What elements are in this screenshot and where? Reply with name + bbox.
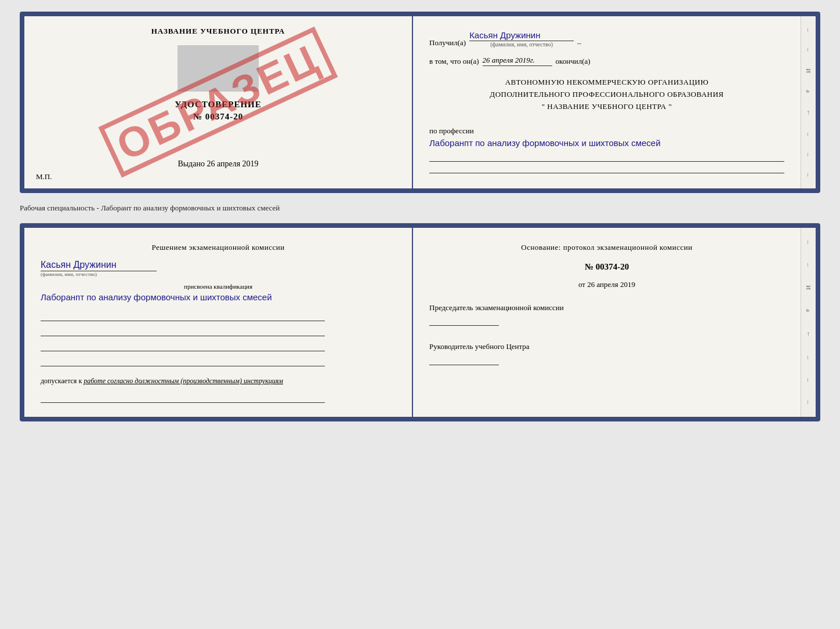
- cert-vydano: Выдано 26 апреля 2019: [178, 159, 258, 169]
- protocol-date-row: от 26 апреля 2019: [429, 280, 784, 289]
- bottom-doc-right: Основание: протокол экзаменационной коми…: [413, 228, 801, 417]
- qual-value: Лаборанпт по анализу формовочных и шихто…: [41, 291, 396, 304]
- rukovoditel-label: Руководитель учебного Центра: [429, 341, 784, 352]
- poluchil-row: Получил(а) Касьян Дружинин (фамилия, имя…: [429, 30, 784, 48]
- vtom-label: в том, что он(а): [429, 57, 479, 66]
- commission-header: Решением экзаменационной комиссии: [41, 242, 396, 254]
- po-professii-label: по профессии: [429, 126, 784, 136]
- dash-label: –: [577, 38, 581, 48]
- org-block: АВТОНОМНУЮ НЕКОММЕРЧЕСКУЮ ОРГАНИЗАЦИЮ ДО…: [429, 77, 784, 112]
- sign-line-2: [41, 328, 325, 336]
- qual-label: присвоена квалификация: [41, 283, 396, 290]
- vtom-date: 26 апреля 2019г.: [483, 56, 552, 66]
- dopuskaetsya-value: работе согласно должностным (производств…: [84, 377, 283, 385]
- commission-name-row: Касьян Дружинин (фамилия, имя, отчество): [41, 260, 396, 277]
- top-doc-right: Получил(а) Касьян Дружинин (фамилия, имя…: [413, 16, 801, 188]
- cert-number: № 00374-20: [193, 112, 243, 122]
- top-doc-left: НАЗВАНИЕ УЧЕБНОГО ЦЕНТРА УДОСТОВЕРЕНИЕ №…: [24, 16, 412, 188]
- sign-line-4: [41, 358, 325, 366]
- dopuskaetsya-block: допускается к работе согласно должностны…: [41, 377, 396, 386]
- middle-label: Рабочая специальность - Лаборант по анал…: [20, 200, 820, 216]
- sign-line-3: [41, 343, 325, 351]
- profession-value: Лаборанпт по анализу формовочных и шихто…: [429, 137, 784, 150]
- commission-name-sublabel: (фамилия, имя, отчество): [41, 271, 97, 277]
- dopuskaetsya-label: допускается к: [41, 377, 82, 385]
- cert-title: НАЗВАНИЕ УЧЕБНОГО ЦЕНТРА: [151, 27, 285, 36]
- protocol-date: 26 апреля 2019: [587, 280, 635, 289]
- profession-block: по профессии Лаборанпт по анализу формов…: [429, 126, 784, 174]
- predsedatel-block: Председатель экзаменационной комиссии: [429, 302, 784, 329]
- underline1: [429, 151, 784, 162]
- underline2: [429, 163, 784, 173]
- bottom-right-spine: – – И а ← – – –: [801, 228, 816, 417]
- cert-udost-label: УДОСТОВЕРЕНИЕ: [175, 100, 262, 110]
- bottom-document: Решением экзаменационной комиссии Касьян…: [20, 223, 820, 421]
- predsedatel-label: Председатель экзаменационной комиссии: [429, 302, 784, 314]
- rukovoditel-underline: [429, 357, 499, 365]
- okonchil-label: окончил(а): [556, 57, 591, 66]
- poluchil-name: Касьян Дружинин: [469, 30, 574, 41]
- org-line3: " НАЗВАНИЕ УЧЕБНОГО ЦЕНТРА ": [429, 101, 784, 113]
- fio-sublabel: (фамилия, имя, отчество): [490, 41, 553, 48]
- cert-gray-box: [178, 45, 259, 92]
- dopuskaetsya-underline: [41, 395, 325, 403]
- mp-label: М.П.: [36, 172, 52, 181]
- vtom-row: в том, что он(а) 26 апреля 2019г. окончи…: [429, 56, 784, 66]
- osnovanie-label: Основание: протокол экзаменационной коми…: [429, 242, 784, 254]
- org-line1: АВТОНОМНУЮ НЕКОММЕРЧЕСКУЮ ОРГАНИЗАЦИЮ: [429, 77, 784, 89]
- org-line2: ДОПОЛНИТЕЛЬНОГО ПРОФЕССИОНАЛЬНОГО ОБРАЗО…: [429, 89, 784, 101]
- predsedatel-underline: [429, 318, 499, 326]
- sign-lines: [41, 313, 396, 366]
- qualification-section: присвоена квалификация Лаборанпт по анал…: [41, 283, 396, 304]
- vydano-label: Выдано: [178, 159, 205, 168]
- rukovoditel-block: Руководитель учебного Центра: [429, 341, 784, 368]
- commission-name-value: Касьян Дружинин: [41, 260, 157, 271]
- top-right-spine: – – И а ← – – –: [801, 16, 816, 188]
- bottom-doc-left: Решением экзаменационной комиссии Касьян…: [24, 228, 412, 417]
- ot-label: от: [578, 280, 585, 289]
- vydano-date: 26 апреля 2019: [207, 159, 258, 168]
- protocol-number: № 00374-20: [429, 262, 784, 272]
- sign-line-1: [41, 313, 325, 321]
- page-wrapper: НАЗВАНИЕ УЧЕБНОГО ЦЕНТРА УДОСТОВЕРЕНИЕ №…: [20, 12, 820, 421]
- top-document: НАЗВАНИЕ УЧЕБНОГО ЦЕНТРА УДОСТОВЕРЕНИЕ №…: [20, 12, 820, 193]
- poluchil-label: Получил(а): [429, 38, 466, 48]
